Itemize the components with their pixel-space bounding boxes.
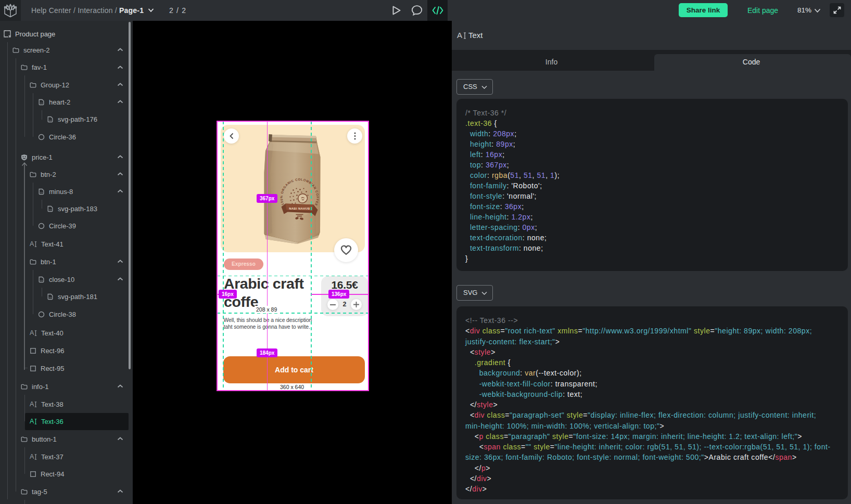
svg-text:NABI NAHUB: NABI NAHUB xyxy=(289,207,310,210)
